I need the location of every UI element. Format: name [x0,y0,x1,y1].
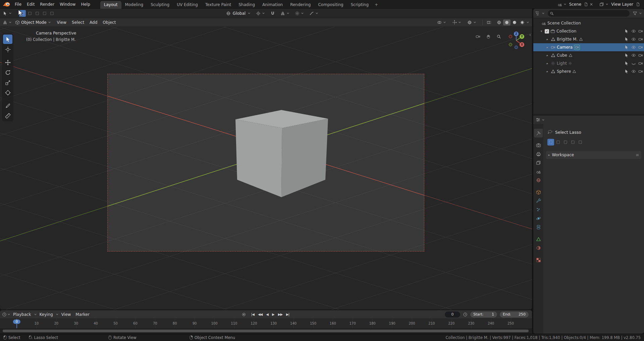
active-tool-icon[interactable] [3,11,7,16]
next-keyframe-button[interactable]: ▶▶ [277,312,284,317]
new-view-layer-icon[interactable] [636,2,640,6]
select-box-tool[interactable] [3,35,12,44]
current-frame-field[interactable]: 0 [445,311,460,318]
play-reverse-button[interactable]: ◀ [265,312,270,317]
tab-scripting[interactable]: Scripting [347,1,372,9]
camera-view-button[interactable] [474,33,482,40]
annotate-tool[interactable] [3,101,12,110]
auto-keying-record-icon[interactable] [241,312,246,317]
menu-select[interactable]: Select [69,19,87,26]
menu-render[interactable]: Render [37,1,57,8]
selectable-toggle-icon[interactable] [624,61,629,66]
tab-material[interactable] [534,243,543,252]
outliner-editor-icon[interactable] [535,11,540,16]
pan-view-button[interactable] [485,33,492,40]
transform-tool[interactable] [3,88,12,97]
select-mode-subtract-button[interactable] [562,139,569,146]
drag-handle-icon[interactable]: ≡ [636,153,639,157]
tab-sculpting[interactable]: Sculpting [147,1,173,9]
hide-viewport-toggle-icon[interactable] [631,45,636,50]
expand-icon[interactable]: ▾ [539,30,543,33]
tab-animation[interactable]: Animation [259,1,286,9]
selectable-toggle-icon[interactable] [624,53,629,58]
tab-scene[interactable] [534,167,543,176]
tab-rendering[interactable]: Rendering [286,1,314,9]
menu-add[interactable]: Add [87,19,100,26]
tab-particles[interactable] [534,205,543,214]
outliner-row-cube[interactable]: ▸ Cube [533,51,644,59]
timeline-scrollbar[interactable] [3,330,529,332]
select-mode-invert-button[interactable] [41,10,48,17]
hide-render-toggle-icon[interactable] [638,61,643,66]
selectable-toggle-icon[interactable] [624,45,629,50]
tab-modeling[interactable]: Modeling [121,1,147,9]
gizmo-y-neg-axis[interactable] [509,43,512,46]
select-mode-set-button[interactable] [19,10,26,17]
snap-toggle[interactable] [269,10,276,16]
outliner-row-sphere[interactable]: ▸ Sphere [533,67,644,75]
outliner-row-brigitte[interactable]: ▸ Brigitte M. [533,35,644,43]
preview-range-clock-icon[interactable] [463,312,468,317]
menu-marker[interactable]: Marker [73,311,91,318]
tab-uv-editing[interactable]: UV Editing [173,1,202,9]
tab-layout[interactable]: Layout [100,1,121,9]
camera-data-badge[interactable] [574,45,580,50]
previous-keyframe-button[interactable]: ◀◀ [257,312,264,317]
jump-to-start-button[interactable]: |◀ [250,312,256,317]
hide-viewport-toggle-icon[interactable] [631,29,636,34]
select-mode-subtract-button[interactable] [34,10,41,17]
play-button[interactable]: ▶ [271,312,276,317]
menu-object[interactable]: Object [100,19,118,26]
hide-render-toggle-icon[interactable] [638,69,643,74]
outliner-row-collection[interactable]: ▾ ✓ Collection [533,27,644,35]
menu-help[interactable]: Help [78,1,93,8]
snap-target-dropdown[interactable] [279,10,290,16]
overlays-dropdown[interactable] [467,20,476,25]
expand-icon[interactable]: ▸ [545,62,549,65]
jump-to-end-button[interactable]: ▶| [285,312,290,317]
view-layer-selector[interactable]: View Layer [599,2,640,7]
pivot-point-dropdown[interactable] [255,10,266,16]
shading-rendered-button[interactable] [519,19,526,25]
select-mode-intersect-button[interactable] [49,10,55,17]
gizmo-z-neg-axis[interactable] [515,46,518,49]
proportional-falloff-dropdown[interactable] [308,10,319,16]
shading-solid-button[interactable] [503,19,511,25]
select-mode-extend-button[interactable] [26,10,33,17]
measure-tool[interactable] [3,111,12,120]
hide-viewport-toggle-icon[interactable] [631,53,636,58]
select-mode-invert-button[interactable] [570,139,576,146]
xray-toggle[interactable] [485,19,493,25]
scene-selector[interactable]: Scene [557,2,594,7]
sidebar-collapse-icon[interactable]: ‹ [529,32,531,37]
blender-logo-icon[interactable] [3,1,10,7]
shading-wireframe-button[interactable] [495,19,503,25]
shading-material-button[interactable] [511,19,518,25]
camera-frame-border[interactable] [107,74,424,251]
tab-modifiers[interactable] [534,196,543,205]
editor-type-selector[interactable] [3,20,12,25]
outliner-row-camera[interactable]: ▸ Camera [533,43,644,51]
playhead-frame-label[interactable]: 0 [13,320,20,324]
tab-physics[interactable] [534,214,543,223]
expand-icon[interactable]: ▸ [545,46,549,49]
tab-shading[interactable]: Shading [235,1,259,9]
select-mode-extend-button[interactable] [555,139,561,146]
selectable-toggle-icon[interactable] [624,69,629,74]
zoom-view-button[interactable] [495,33,502,40]
timeline-ruler[interactable]: 0 10203040506070809010011012013014015016… [0,319,532,328]
gizmos-dropdown[interactable] [452,20,461,25]
tab-constraints[interactable] [534,223,543,231]
unlink-scene-icon[interactable] [589,2,593,6]
tab-object[interactable] [534,188,543,196]
menu-file[interactable]: File [12,1,24,8]
tab-output[interactable] [534,150,543,158]
3d-viewport[interactable]: Camera Perspective (0) Collection | Brig… [0,27,532,309]
add-workspace-button[interactable]: + [372,1,380,9]
hide-render-toggle-icon[interactable] [638,53,643,58]
tab-world[interactable] [534,176,543,184]
menu-view[interactable]: View [59,311,73,318]
hide-viewport-toggle-icon[interactable] [631,61,636,66]
move-tool[interactable] [3,58,12,67]
menu-keying[interactable]: Keying [38,311,55,318]
